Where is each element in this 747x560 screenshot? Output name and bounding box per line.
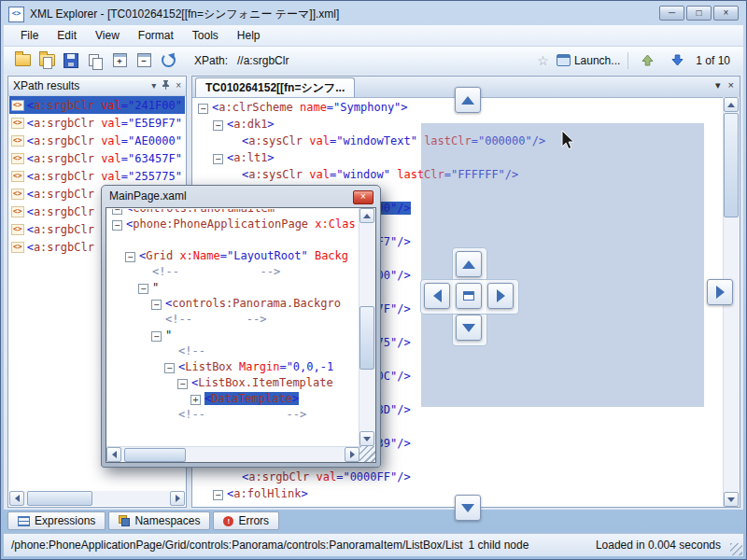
xml-comment-node[interactable]: <!-- --> xyxy=(108,264,359,280)
dock-center-guide[interactable] xyxy=(456,283,482,309)
scroll-right-icon[interactable] xyxy=(170,491,185,506)
expressions-icon xyxy=(18,516,30,526)
menu-edit[interactable]: Edit xyxy=(48,26,86,45)
window-resize-grip[interactable] xyxy=(730,543,742,555)
xpath-result-item[interactable]: <><a:srgbClr val="E5E9F7" xyxy=(9,114,185,132)
scroll-thumb[interactable] xyxy=(724,113,739,217)
xml-element-icon: <> xyxy=(11,100,24,111)
open-button[interactable] xyxy=(11,50,34,71)
dock-right-guide[interactable] xyxy=(707,279,733,305)
xpath-result-item[interactable]: <><a:srgbClr val="241F00" xyxy=(9,96,185,114)
dock-center-down-guide[interactable] xyxy=(456,315,482,341)
scroll-left-icon[interactable] xyxy=(9,491,24,506)
collapse-icon[interactable]: − xyxy=(177,379,188,389)
panel-close-icon[interactable]: × xyxy=(176,80,181,91)
bottom-tab-errors[interactable]: !Errors xyxy=(213,511,279,530)
xml-blank-line xyxy=(108,232,359,248)
floating-window-body: −<controls:PanoramaItem−<phone:PhoneAppl… xyxy=(106,207,376,463)
document-tab[interactable]: TC010264152[[fn=シンフ... xyxy=(195,77,355,97)
menu-format[interactable]: Format xyxy=(129,26,183,45)
open-file-button[interactable] xyxy=(35,50,58,71)
collapse-icon[interactable]: − xyxy=(151,331,162,342)
xpath-horizontal-scrollbar[interactable] xyxy=(9,491,185,506)
menu-view[interactable]: View xyxy=(86,26,129,45)
collapse-icon[interactable]: − xyxy=(213,120,223,131)
collapse-icon[interactable]: − xyxy=(213,490,223,500)
floating-vertical-scrollbar[interactable] xyxy=(359,208,375,446)
tab-close-icon[interactable]: × xyxy=(728,79,734,91)
collapse-icon[interactable]: − xyxy=(112,220,122,231)
dock-top-guide[interactable] xyxy=(455,87,481,113)
floating-horizontal-scrollbar[interactable] xyxy=(106,446,359,462)
scroll-right-icon[interactable] xyxy=(345,447,359,462)
scroll-thumb[interactable] xyxy=(27,491,92,506)
xml-tree-node[interactable]: −" xyxy=(108,328,359,343)
xml-tree-node[interactable]: −<controls:PanoramaItem xyxy=(108,209,359,217)
collapse-icon[interactable]: − xyxy=(125,252,135,262)
scroll-up-icon[interactable] xyxy=(359,208,374,223)
expand-icon[interactable]: + xyxy=(190,395,201,405)
floating-window-close-button[interactable]: × xyxy=(353,190,374,204)
xml-tree-node[interactable]: <a:srgbClr val="0000FF"/> xyxy=(194,469,724,485)
xpath-result-item[interactable]: <><a:srgbClr val="AE0000" xyxy=(9,132,185,149)
xml-tree-node[interactable]: +<DataTemplate> xyxy=(108,391,359,407)
collapse-icon[interactable]: − xyxy=(213,154,223,164)
xml-tree-node[interactable]: −<phone:PhoneApplicationPage x:Clas xyxy=(108,217,359,232)
minimize-button[interactable]: ─ xyxy=(659,6,684,21)
dock-center-up-guide[interactable] xyxy=(456,251,482,277)
collapse-icon[interactable]: − xyxy=(164,363,175,373)
collapse-icon[interactable]: − xyxy=(151,300,162,310)
xml-comment-node[interactable]: <!-- xyxy=(108,343,359,359)
xml-comment-node[interactable]: <!-- --> xyxy=(108,312,359,328)
tab-list-chevron-icon[interactable]: ▾ xyxy=(715,79,721,91)
close-button[interactable]: × xyxy=(713,6,739,21)
star-icon[interactable]: ☆ xyxy=(537,54,549,67)
xpath-panel-header[interactable]: XPath results ▾ × xyxy=(8,77,186,96)
xpath-result-item[interactable]: <><a:srgbClr val="255775" xyxy=(9,167,185,185)
close-icon: × xyxy=(360,191,366,202)
maximize-button[interactable]: □ xyxy=(686,6,712,21)
dock-bottom-arrow-icon xyxy=(461,504,474,512)
refresh-button[interactable] xyxy=(157,50,179,71)
status-loaded-text: Loaded in 0.004 seconds xyxy=(596,539,736,552)
menu-help[interactable]: Help xyxy=(228,26,270,45)
scroll-up-icon[interactable] xyxy=(724,97,739,112)
panel-menu-chevron-icon[interactable]: ▾ xyxy=(151,80,156,91)
xpath-result-item[interactable]: <><a:srgbClr val="63457F" xyxy=(9,149,185,167)
panel-pin-icon[interactable] xyxy=(161,79,171,92)
bottom-tab-namespaces[interactable]: Namespaces xyxy=(108,511,210,530)
floating-window[interactable]: MainPage.xaml × −<controls:PanoramaItem−… xyxy=(101,185,381,468)
xml-tree-node[interactable]: −<Grid x:Name="LayoutRoot" Backg xyxy=(108,248,359,264)
expand-all-button[interactable]: + xyxy=(108,50,131,71)
xml-tree-node[interactable]: −<controls:Panorama.Backgro xyxy=(108,296,359,312)
collapse-icon[interactable]: − xyxy=(112,209,122,215)
title-bar[interactable]: <> XML Explorer - [TC010264152[[fn=シンフォニ… xyxy=(3,3,744,25)
scroll-thumb[interactable] xyxy=(359,306,374,370)
dock-up-arrow-icon xyxy=(462,260,475,269)
scroll-thumb[interactable] xyxy=(124,448,186,462)
scroll-left-icon[interactable] xyxy=(106,447,121,462)
xpath-input[interactable]: //a:srgbClr xyxy=(237,54,461,67)
collapse-all-button[interactable]: − xyxy=(133,50,155,71)
bottom-tab-expressions[interactable]: Expressions xyxy=(7,511,106,530)
copy-button[interactable] xyxy=(84,50,106,71)
dock-bottom-guide[interactable] xyxy=(455,495,481,521)
xml-tree-node[interactable]: −<ListBox Margin="0,0,-1 xyxy=(108,359,359,375)
scroll-down-icon[interactable] xyxy=(724,492,739,507)
resize-grip[interactable] xyxy=(359,446,375,462)
menu-tools[interactable]: Tools xyxy=(183,26,228,45)
dock-center-left-guide[interactable] xyxy=(424,283,450,309)
scroll-down-icon[interactable] xyxy=(359,431,374,446)
menu-file[interactable]: File xyxy=(11,26,48,45)
xml-comment-node[interactable]: <!-- --> xyxy=(108,407,359,423)
save-button[interactable] xyxy=(60,50,82,71)
collapse-icon[interactable]: − xyxy=(138,284,148,294)
next-result-button[interactable] xyxy=(666,50,688,71)
floating-window-title[interactable]: MainPage.xaml xyxy=(102,186,380,207)
xml-tree-node[interactable]: −<ListBox.ItemTemplate xyxy=(108,375,359,391)
dock-center-right-guide[interactable] xyxy=(487,283,514,309)
collapse-icon[interactable]: − xyxy=(198,104,208,114)
launch-button[interactable]: Launch... xyxy=(557,50,620,71)
xml-tree-node[interactable]: −" xyxy=(108,280,359,296)
previous-result-button[interactable] xyxy=(636,50,658,71)
